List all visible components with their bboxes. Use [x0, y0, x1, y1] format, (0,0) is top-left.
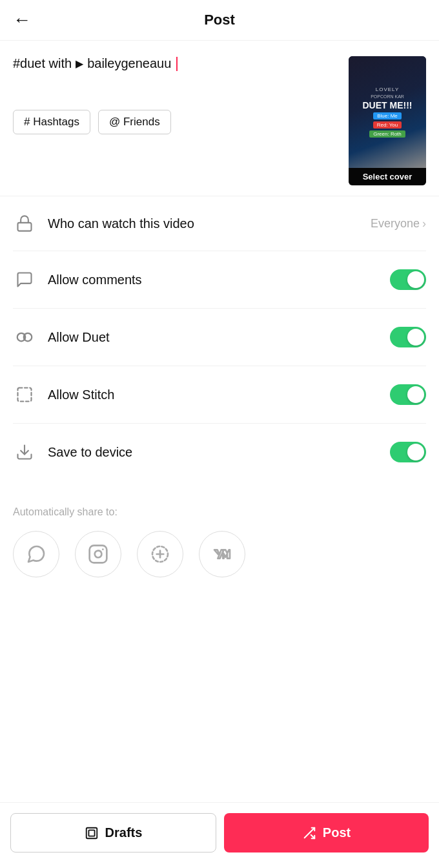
drafts-button[interactable]: Drafts	[10, 813, 216, 852]
text-cursor	[176, 57, 178, 71]
chevron-right-icon: ›	[422, 217, 426, 231]
caption-username: baileygeneauu	[87, 56, 171, 71]
settings-list: Who can watch this video Everyone › Allo…	[0, 196, 439, 480]
svg-rect-10	[86, 827, 97, 838]
svg-rect-11	[88, 830, 94, 836]
instagram-button[interactable]	[75, 531, 121, 577]
allow-stitch-toggle[interactable]	[390, 384, 426, 405]
hashtag-button[interactable]: # Hashtags	[13, 110, 90, 134]
setting-allow-stitch: Allow Stitch	[13, 366, 426, 424]
share-label: Automatically share to:	[13, 506, 426, 518]
who-can-watch-label: Who can watch this video	[48, 216, 359, 231]
svg-rect-3	[18, 388, 32, 402]
cover-label-green: Green: Roth	[369, 130, 405, 138]
cover-popcorn: POPCORN KAR	[371, 94, 404, 99]
setting-allow-duet: Allow Duet	[13, 309, 426, 366]
save-icon	[13, 443, 36, 461]
duet-icon	[13, 327, 36, 347]
cover-duet-me: DUET ME!!!	[363, 101, 413, 110]
bottom-bar: Drafts Post	[0, 802, 439, 868]
setting-save-to-device: Save to device	[13, 424, 426, 480]
friends-button[interactable]: @ Friends	[98, 110, 171, 134]
cover-label-blue: Blue: Me	[373, 112, 402, 119]
allow-comments-label: Allow comments	[48, 273, 378, 287]
setting-who-can-watch[interactable]: Who can watch this video Everyone ›	[13, 196, 426, 251]
stitch-icon	[13, 386, 36, 404]
svg-rect-5	[90, 546, 107, 563]
tag-buttons: # Hashtags @ Friends	[13, 110, 338, 134]
play-icon: ▶	[76, 57, 83, 70]
whatsapp-button[interactable]	[13, 531, 59, 577]
allow-comments-toggle[interactable]	[390, 269, 426, 290]
comment-icon	[13, 271, 36, 289]
page-title: Post	[204, 12, 235, 28]
cover-inner: LOVELY POPCORN KAR DUET ME!!! Blue: Me R…	[349, 56, 426, 168]
bottom-spacer	[0, 590, 439, 655]
setting-allow-comments: Allow comments	[13, 251, 426, 309]
cover-thumbnail[interactable]: LOVELY POPCORN KAR DUET ME!!! Blue: Me R…	[349, 56, 426, 185]
header: ← Post	[0, 0, 439, 41]
post-icon	[302, 826, 316, 840]
caption-area: #duet with ▶ baileygeneauu # Hashtags @ …	[0, 41, 439, 196]
lock-icon	[13, 214, 36, 232]
who-can-watch-value: Everyone ›	[371, 217, 426, 231]
caption-left: #duet with ▶ baileygeneauu # Hashtags @ …	[13, 56, 338, 134]
cover-label-red: Red: You	[373, 121, 402, 129]
allow-duet-toggle[interactable]	[390, 327, 426, 347]
save-to-device-label: Save to device	[48, 445, 378, 460]
back-button[interactable]: ←	[13, 10, 31, 30]
svg-rect-0	[18, 223, 32, 231]
allow-duet-label: Allow Duet	[48, 330, 378, 345]
cover-lovely: LOVELY	[376, 87, 400, 92]
vk-button[interactable]	[199, 531, 245, 577]
caption-text[interactable]: #duet with ▶ baileygeneauu	[13, 56, 338, 71]
share-section: Automatically share to:	[0, 480, 439, 590]
drafts-icon	[85, 826, 99, 840]
save-to-device-toggle[interactable]	[390, 442, 426, 462]
share-icons	[13, 531, 426, 577]
hashtag-duet-prefix: #duet with	[13, 56, 72, 71]
select-cover-label[interactable]: Select cover	[349, 168, 426, 185]
post-button[interactable]: Post	[224, 813, 429, 852]
allow-stitch-label: Allow Stitch	[48, 388, 378, 402]
tiktok-plus-button[interactable]	[137, 531, 183, 577]
